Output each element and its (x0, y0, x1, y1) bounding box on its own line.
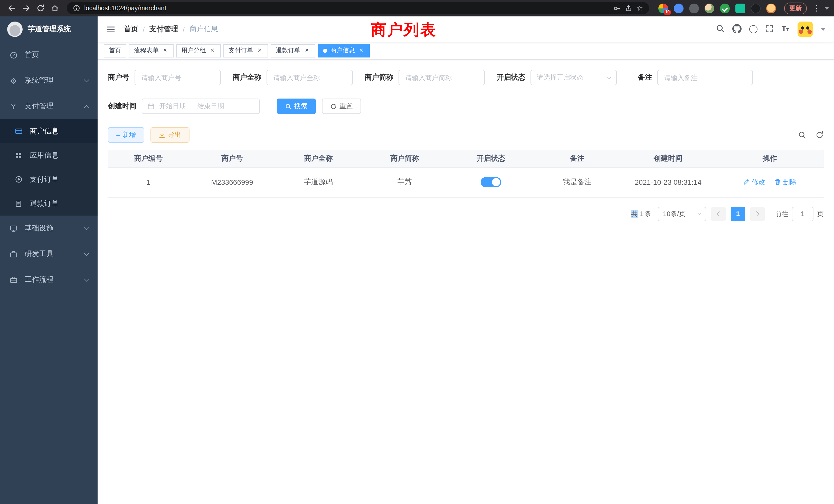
col-merchant-id: 商户编号 (108, 150, 189, 167)
chevron-down-icon[interactable] (821, 28, 826, 31)
document-icon (14, 199, 23, 208)
filter-full-name: 商户全称 (233, 70, 353, 85)
breadcrumb-current: 商户信息 (190, 25, 218, 34)
tab-merchant-info[interactable]: 商户信息 × (318, 44, 370, 57)
status-select[interactable]: 请选择开启状态 (530, 70, 617, 85)
show-search-icon[interactable] (798, 131, 806, 139)
date-separator: - (191, 102, 193, 110)
sidebar-item-payment[interactable]: ¥ 支付管理 (0, 93, 97, 119)
font-size-icon[interactable] (781, 24, 790, 35)
status-toggle[interactable] (481, 177, 501, 187)
next-page-button[interactable] (750, 207, 765, 221)
breadcrumb-payment[interactable]: 支付管理 (150, 25, 178, 34)
sidebar-item-infrastructure[interactable]: 基础设施 (0, 215, 97, 241)
back-icon (8, 4, 16, 12)
target-icon (14, 175, 23, 183)
filter-row-2: 创建时间 开始日期 - 结束日期 搜索 (108, 98, 824, 114)
breadcrumb: 首页 / 支付管理 / 商户信息 (124, 25, 218, 34)
monitor-icon (9, 224, 18, 232)
tab-process-form[interactable]: 流程表单 × (129, 44, 174, 57)
extension-icon[interactable] (689, 3, 699, 13)
merchant-table: 商户编号 商户号 商户全称 商户简称 开启状态 备注 创建时间 操作 1 (108, 150, 824, 197)
close-icon[interactable]: × (162, 47, 169, 54)
sidebar-subitem-merchant-info[interactable]: 商户信息 (0, 119, 97, 143)
tab-refund-order[interactable]: 退款订单 × (271, 44, 315, 57)
briefcase-icon (9, 276, 18, 284)
refresh-table-icon[interactable] (815, 131, 824, 139)
col-merchant-no: 商户号 (189, 150, 275, 167)
pagination-goto: 前往 页 (775, 207, 824, 221)
sidebar-item-workflow[interactable]: 工作流程 (0, 267, 97, 293)
url-bar[interactable]: localhost:1024/pay/merchant ☆ (67, 2, 649, 14)
reset-button[interactable]: 重置 (322, 98, 361, 114)
extension-icon[interactable] (720, 3, 730, 13)
home-button[interactable] (48, 2, 62, 15)
sidebar-item-home[interactable]: 首页 (0, 42, 97, 68)
app-logo[interactable]: 芋道管理系统 (0, 17, 97, 42)
url-text: localhost:1024/pay/merchant (84, 5, 609, 12)
pagination-total: 共1条 (631, 209, 653, 219)
filter-merchant-no: 商户号 (108, 70, 221, 85)
site-info-icon[interactable] (73, 5, 80, 12)
bookmark-star-icon[interactable]: ☆ (637, 5, 643, 12)
goto-page-input[interactable] (792, 207, 813, 221)
remark-input[interactable] (657, 70, 753, 85)
date-range-picker[interactable]: 开始日期 - 结束日期 (142, 98, 260, 114)
prev-page-button[interactable] (711, 207, 726, 221)
sidebar-subitem-refund-order[interactable]: 退款订单 (0, 191, 97, 215)
chevron-down-icon[interactable] (825, 7, 829, 9)
table-toolbar: + 新增 导出 (108, 127, 824, 143)
page-1-button[interactable]: 1 (731, 207, 745, 221)
cell-create-time: 2021-10-23 08:31:14 (620, 167, 716, 197)
add-button[interactable]: + 新增 (108, 127, 144, 143)
short-name-input[interactable] (398, 70, 485, 85)
close-icon[interactable]: × (209, 47, 216, 54)
tab-pay-order[interactable]: 支付订单 × (223, 44, 268, 57)
search-icon[interactable] (716, 24, 725, 35)
browser-menu-icon[interactable]: ⋮ (811, 4, 823, 13)
sidebar-item-devtools[interactable]: 研发工具 (0, 241, 97, 267)
delete-button[interactable]: 删除 (774, 178, 796, 187)
refresh-icon (330, 103, 337, 110)
tab-user-group[interactable]: 用户分组 × (176, 44, 221, 57)
calendar-icon (147, 102, 155, 110)
export-button[interactable]: 导出 (150, 127, 189, 143)
full-name-input[interactable] (266, 70, 353, 85)
breadcrumb-home[interactable]: 首页 (124, 25, 138, 34)
sidebar-item-system[interactable]: ⚙ 系统管理 (0, 68, 97, 93)
hamburger-icon[interactable] (106, 24, 115, 34)
merchant-no-input[interactable] (135, 70, 221, 85)
close-icon[interactable]: × (358, 47, 365, 54)
search-button[interactable]: 搜索 (277, 98, 316, 114)
edit-button[interactable]: 修改 (743, 178, 765, 187)
date-end-placeholder: 结束日期 (197, 101, 224, 111)
user-avatar[interactable] (797, 22, 813, 37)
sidebar-subitem-pay-order[interactable]: 支付订单 (0, 167, 97, 191)
fullscreen-icon[interactable] (765, 24, 773, 34)
back-button[interactable] (5, 2, 19, 15)
close-icon[interactable]: × (256, 47, 263, 54)
dashboard-icon (9, 51, 18, 59)
extension-icon[interactable]: 10 (658, 3, 668, 13)
filter-row-1: 商户号 商户全称 商户简称 开启状态 请选择开启状态 (108, 70, 824, 85)
cell-merchant-id: 1 (108, 167, 189, 197)
extension-icon[interactable] (674, 3, 683, 13)
github-icon[interactable] (732, 24, 742, 35)
share-icon[interactable] (625, 5, 632, 12)
help-icon[interactable] (749, 25, 758, 33)
cell-full-name: 芋道源码 (275, 167, 361, 197)
forward-button[interactable] (20, 2, 33, 15)
sidebar-subitem-app-info[interactable]: 应用信息 (0, 143, 97, 167)
extension-icon[interactable] (751, 3, 761, 13)
page-size-select[interactable]: 10条/页 (658, 207, 706, 221)
password-key-icon[interactable] (613, 4, 621, 12)
extension-icon[interactable] (705, 3, 714, 13)
profile-avatar-icon[interactable] (766, 3, 776, 13)
col-remark: 备注 (534, 150, 620, 167)
bank-card-icon (14, 127, 23, 135)
extension-icon[interactable] (736, 3, 745, 13)
close-icon[interactable]: × (304, 47, 310, 54)
tab-home[interactable]: 首页 (104, 44, 126, 57)
browser-update-button[interactable]: 更新 (784, 2, 807, 14)
reload-button[interactable] (34, 2, 47, 15)
